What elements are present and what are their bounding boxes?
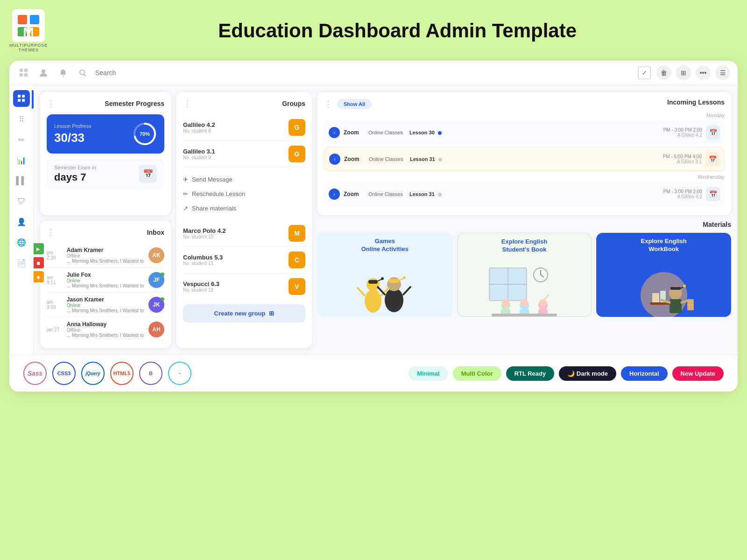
material-students-book[interactable]: Explore EnglishStudent's Book <box>457 233 592 317</box>
sidebar-icon-user[interactable]: 👤 <box>13 213 30 230</box>
inbox-avatar-3: AH <box>148 322 164 337</box>
inbox-meta-time-2: am 9:00 <box>47 300 62 310</box>
sidebar-icon-grid[interactable] <box>13 90 30 107</box>
badge-multi[interactable]: Multi Color <box>453 366 501 381</box>
groups-card-header: ⋮ Groups <box>183 98 305 109</box>
group-students-1: No. student 9 <box>183 155 289 160</box>
materials-grid: GamesOnline Activities <box>317 233 731 317</box>
lesson-row-1[interactable]: › Zoom Online Classes Lesson 31 PM - 5:0… <box>324 147 725 171</box>
material-workbook[interactable]: Explore EnglishWorkBook <box>596 233 731 317</box>
logo-box: M <box>12 9 45 42</box>
zoom-label-2: Zoom <box>344 191 365 197</box>
svg-point-23 <box>385 288 403 312</box>
lessons-dots-menu[interactable]: ⋮ <box>324 99 332 109</box>
sidebar-icon-apps[interactable]: ⠿ <box>13 111 30 127</box>
inbox-preview-1: ... Morning Mrs Smithers, I Wanted to <box>67 283 144 288</box>
inbox-item-1[interactable]: am 9:11 Julie Fox Online ... Morning Mrs… <box>47 268 164 293</box>
group-icon-1: G <box>289 146 305 162</box>
grid-nav-icon[interactable] <box>17 66 31 80</box>
trash-icon[interactable]: 🗑 <box>656 65 671 80</box>
group-item-2[interactable]: Marco Polo 4.2 No. student 10 M <box>183 220 305 247</box>
progress-text: Lesson Profress 30/33 <box>54 123 91 145</box>
expand-icon[interactable]: ⤢ <box>638 66 651 79</box>
send-message-action[interactable]: ✈ Send Message <box>183 172 305 187</box>
chevron-btn-1[interactable]: › <box>329 154 340 165</box>
inbox-item-2[interactable]: am 9:00 Jason Kramer Online ... Morning … <box>47 293 164 317</box>
games-illustration <box>317 258 452 317</box>
svg-rect-48 <box>492 314 557 316</box>
search-nav-icon[interactable] <box>76 66 90 80</box>
show-all-button[interactable]: Show All <box>337 99 372 109</box>
group-name-4: Vespucci 6.3 <box>183 280 289 287</box>
user-nav-icon[interactable] <box>36 66 50 80</box>
badge-minimal[interactable]: Minimal <box>409 366 448 381</box>
menu-icon[interactable]: ☰ <box>715 65 730 80</box>
inbox-item-3[interactable]: jan 27 Anna Halloway Offline ... Morning… <box>47 317 164 342</box>
inbox-content: ▶ ◼ ◆ pm 2:30 Adam Kramer Offline ... Mo… <box>47 243 164 342</box>
chevron-btn-0[interactable]: › <box>329 127 340 138</box>
share-action[interactable]: ↗ Share materrials <box>183 201 305 216</box>
svg-point-56 <box>683 285 686 287</box>
reschedule-action[interactable]: ✏ Reschedule Lesson <box>183 187 305 201</box>
semester-card-header: ⋮ Semester Progress <box>47 98 164 109</box>
cal-btn-0[interactable]: 📅 <box>706 126 720 140</box>
lesson-time-info-0: PM - 3:00 PM 2:00 A Gllileo 4.1 <box>660 127 702 138</box>
badge-rtl[interactable]: RTL Ready <box>506 366 555 381</box>
group-item-0[interactable]: Gallileo 4.2 No. student 8 G <box>183 114 305 141</box>
progress-pct: 70% <box>140 131 150 137</box>
svg-line-34 <box>541 275 544 277</box>
left-tab-2[interactable]: ◆ <box>34 271 44 282</box>
semester-dots-menu[interactable]: ⋮ <box>47 98 55 109</box>
reschedule-label: Reschedule Lesson <box>192 190 245 197</box>
sidebar-icon-chart[interactable]: 📊 <box>13 152 30 168</box>
left-tab-1[interactable]: ◼ <box>34 257 44 268</box>
group-item-3[interactable]: Columbus 5.3 No. student 11 C <box>183 247 305 273</box>
svg-rect-51 <box>652 293 659 302</box>
badge-new-update[interactable]: New Update <box>672 366 724 381</box>
create-group-label: Create new group <box>214 310 266 317</box>
svg-rect-13 <box>22 95 25 98</box>
sidebar-icon-edit[interactable]: ✏ <box>13 131 30 148</box>
filter-icon[interactable]: ⊞ <box>676 65 691 80</box>
lesson-time-info-1: PM - 5:00 PM 4:00 A Gllileo 3.1 <box>660 154 702 164</box>
left-tab-0[interactable]: ▶ <box>34 243 44 254</box>
inbox-dots-menu[interactable]: ⋮ <box>47 227 55 238</box>
create-group-button[interactable]: Create new group ⊞ <box>183 304 305 322</box>
inbox-item-0[interactable]: pm 2:30 Adam Kramer Offline ... Morning … <box>47 243 164 268</box>
bell-nav-icon[interactable] <box>56 66 70 80</box>
materials-section: Materials GamesOnline Activities <box>317 221 731 348</box>
sidebar-icon-globe[interactable]: 🌐 <box>13 234 30 251</box>
inbox-preview-2: ... Morning Mrs Smithers, I Wanted to <box>67 308 144 313</box>
cal-btn-2[interactable]: 📅 <box>706 187 720 201</box>
chevron-btn-2[interactable]: › <box>329 189 340 200</box>
search-input[interactable] <box>95 69 189 77</box>
dots-icon[interactable]: ••• <box>696 65 711 80</box>
inbox-time-3: jan 27 <box>47 327 62 332</box>
sidebar-icon-bar[interactable]: ▌▌ <box>13 172 30 189</box>
inbox-preview-0: ... Morning Mrs Smithers, I Wanted to <box>67 259 144 264</box>
lesson-row-0[interactable]: › Zoom Online Classes Lesson 30 PM - 3:0… <box>324 121 725 144</box>
material-games[interactable]: GamesOnline Activities <box>317 233 452 317</box>
sidebar-icon-paper[interactable]: 📄 <box>13 254 30 271</box>
svg-rect-57 <box>669 299 682 313</box>
search-area <box>95 69 632 77</box>
group-item-1[interactable]: Gallileo 3.1 No. student 9 G <box>183 141 305 168</box>
lesson-time-info-2: PM - 3:00 PM 2:00 A Gllileo 4.2 <box>660 189 702 199</box>
lesson-row-2[interactable]: › Zoom Online Classes Lesson 31 PM - 3:0… <box>324 182 725 206</box>
sidebar-icon-shield[interactable]: 🛡 <box>13 193 30 210</box>
badge-horizontal[interactable]: Horizontal <box>621 366 668 381</box>
inbox-status-0: Offline <box>67 253 144 259</box>
cal-btn-1[interactable]: 📅 <box>705 152 719 166</box>
group-item-4[interactable]: Vespucci 6.3 No. student 12 V <box>183 273 305 300</box>
lesson-num-2: Lesson 31 <box>409 191 656 197</box>
badge-dark[interactable]: 🌙 Dark mode <box>559 366 616 381</box>
group-name-2: Marco Polo 4.2 <box>183 227 289 234</box>
inbox-time-2: am 9:00 <box>47 300 62 310</box>
page-header: M MULTIPURPOSETHEMES Education Dashboard… <box>9 9 738 52</box>
progress-value: 30/33 <box>54 131 91 145</box>
svg-text:M: M <box>23 25 34 37</box>
groups-dots-menu[interactable]: ⋮ <box>183 98 191 109</box>
group-info-2: Marco Polo 4.2 No. student 10 <box>183 227 289 239</box>
svg-rect-12 <box>18 95 21 98</box>
svg-point-10 <box>80 70 85 75</box>
